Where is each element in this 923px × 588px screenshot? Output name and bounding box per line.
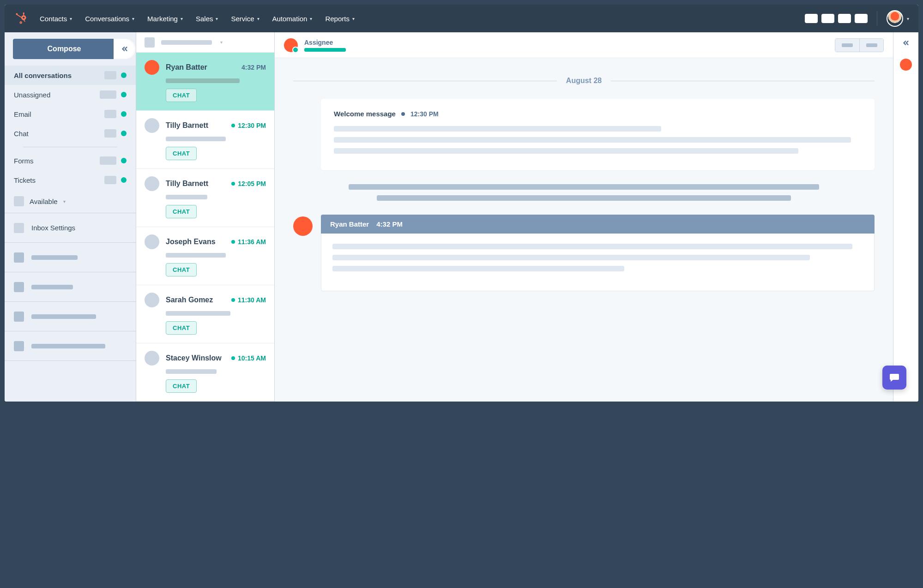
conversation-name: Sarah Gomez: [166, 296, 225, 304]
reply-message: Ryan Batter 4:32 PM: [293, 215, 875, 291]
conversation-item[interactable]: Ryan Batter 4:32 PM CHAT: [136, 53, 274, 111]
chevron-down-icon: ▾: [352, 16, 355, 21]
sidebar-filter-label: Email: [14, 110, 31, 118]
nav-action-4[interactable]: [855, 14, 868, 23]
message-title: Welcome message: [334, 110, 396, 118]
conversation-avatar: [145, 293, 159, 307]
chevron-down-icon: ▾: [220, 40, 223, 45]
sidebar-filter-chat[interactable]: Chat: [5, 124, 136, 143]
availability-toggle[interactable]: Available ▾: [5, 190, 136, 213]
filter-icon: [145, 37, 155, 48]
sidebar-filter-label: Unassigned: [14, 91, 50, 99]
channel-badge: CHAT: [166, 263, 197, 276]
conversation-item[interactable]: Tilly Barnett 12:30 PM CHAT: [136, 111, 274, 169]
channel-badge: CHAT: [166, 321, 197, 335]
nav-conversations[interactable]: Conversations▾: [85, 15, 134, 23]
conversation-name: Tilly Barnett: [166, 180, 225, 188]
unread-dot-icon: [231, 298, 235, 302]
chevron-down-icon[interactable]: ▾: [907, 16, 909, 21]
thread-action-group: [835, 38, 884, 52]
sidebar-filter-all-conversations[interactable]: All conversations: [5, 66, 136, 85]
nav-action-3[interactable]: [838, 14, 851, 23]
settings-icon: [14, 223, 24, 233]
compose-button[interactable]: Compose: [13, 39, 115, 59]
date-label: August 28: [566, 77, 602, 85]
channel-badge: CHAT: [166, 205, 197, 218]
sidebar-secondary-list: Inbox Settings: [5, 213, 136, 361]
conversation-item[interactable]: Sarah Gomez 11:30 AM CHAT: [136, 285, 274, 343]
conversation-time: 11:30 AM: [231, 296, 266, 304]
conversation-item[interactable]: Stacey Winslow 10:15 AM CHAT: [136, 343, 274, 402]
nav-action-2[interactable]: [821, 14, 834, 23]
nav-service[interactable]: Service▾: [231, 15, 259, 23]
list-item[interactable]: [5, 243, 136, 272]
conversation-time: 4:32 PM: [241, 64, 266, 71]
welcome-message-card: Welcome message 12:30 PM: [321, 99, 875, 170]
message-time: 12:30 PM: [410, 110, 439, 118]
nav-automation[interactable]: Automation▾: [272, 15, 313, 23]
collapse-rail-button[interactable]: [902, 39, 910, 49]
sidebar-filter-email[interactable]: Email: [5, 104, 136, 124]
list-item[interactable]: [5, 302, 136, 331]
nav-right: ▾: [805, 10, 909, 27]
conversation-time: 12:05 PM: [231, 180, 266, 187]
divider: [877, 11, 877, 26]
unread-dot-icon: [121, 131, 127, 136]
contact-dot-icon[interactable]: [900, 59, 912, 71]
user-avatar[interactable]: [887, 10, 903, 27]
nav-marketing[interactable]: Marketing▾: [147, 15, 183, 23]
thread-action-2[interactable]: [859, 39, 883, 52]
list-item[interactable]: [5, 272, 136, 302]
sidebar-filter-unassigned[interactable]: Unassigned: [5, 85, 136, 104]
unread-dot-icon: [121, 72, 127, 78]
chevron-down-icon: ▾: [257, 16, 259, 21]
assignee-label: Assignee: [304, 39, 346, 46]
sidebar-filter-tickets[interactable]: Tickets: [5, 170, 136, 190]
unread-dot-icon: [231, 124, 235, 127]
reply-time: 4:32 PM: [376, 220, 403, 228]
collapse-sidebar-button[interactable]: [114, 39, 136, 59]
count-badge: [100, 156, 116, 165]
status-dot-icon: [401, 112, 405, 116]
nav-sales[interactable]: Sales▾: [196, 15, 218, 23]
unread-dot-icon: [121, 92, 127, 97]
hubspot-logo-icon[interactable]: [14, 11, 29, 26]
count-badge: [104, 110, 116, 118]
channel-badge: CHAT: [166, 89, 197, 102]
chevron-down-icon: ▾: [310, 16, 312, 21]
conversation-name: Joseph Evans: [166, 238, 225, 246]
nav-action-1[interactable]: [805, 14, 818, 23]
assignee-value[interactable]: [304, 48, 346, 52]
svg-point-3: [23, 12, 25, 14]
conversation-list-header[interactable]: ▾: [136, 32, 274, 53]
list-item[interactable]: [5, 331, 136, 361]
contact-avatar[interactable]: [284, 38, 298, 52]
unread-dot-icon: [231, 356, 235, 360]
sidebar-filter-forms[interactable]: Forms: [5, 151, 136, 170]
sidebar-filter-label: Chat: [14, 130, 29, 138]
conversation-avatar: [145, 234, 159, 249]
conversation-time: 10:15 AM: [231, 354, 266, 362]
nav-reports[interactable]: Reports▾: [325, 15, 355, 23]
unread-dot-icon: [121, 111, 127, 117]
conversation-avatar: [145, 176, 159, 191]
conversation-item[interactable]: Tilly Barnett 12:05 PM CHAT: [136, 169, 274, 227]
chevron-down-icon: ▾: [63, 199, 66, 204]
conversation-name: Stacey Winslow: [166, 354, 225, 362]
reply-avatar[interactable]: [293, 216, 313, 236]
chevron-down-icon: ▾: [70, 16, 72, 21]
nav-contacts[interactable]: Contacts▾: [40, 15, 72, 23]
nav-items: Contacts▾ Conversations▾ Marketing▾ Sale…: [40, 15, 355, 23]
chat-widget-button[interactable]: [882, 366, 906, 390]
thread-header: Assignee: [275, 32, 893, 58]
chevron-down-icon: ▾: [181, 16, 183, 21]
sidebar-filter-label: Forms: [14, 157, 34, 165]
sidebar: Compose All conversationsUnassignedEmail…: [5, 32, 136, 402]
thread-action-1[interactable]: [835, 39, 859, 52]
count-badge: [104, 176, 116, 184]
message-preview: [349, 184, 819, 201]
conversation-name: Ryan Batter: [166, 63, 235, 72]
conversation-item[interactable]: Joseph Evans 11:36 AM CHAT: [136, 227, 274, 285]
inbox-settings-link[interactable]: Inbox Settings: [5, 213, 136, 243]
conversation-time: 12:30 PM: [231, 122, 266, 129]
